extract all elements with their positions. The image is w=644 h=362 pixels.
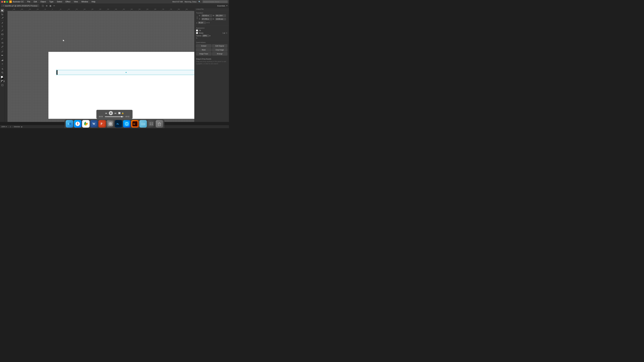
transform-flip-h-icon[interactable]: ⇔ — [206, 22, 208, 23]
tool-gradient[interactable] — [1, 53, 4, 57]
qa-mask-button[interactable]: Mask — [196, 48, 212, 51]
stroke-dropdown-icon[interactable]: ▼ — [226, 32, 227, 34]
menu-view[interactable]: View — [73, 0, 78, 3]
dock-folder[interactable] — [139, 120, 147, 128]
menu-window[interactable]: Window — [81, 0, 89, 3]
workspace-chevron-icon[interactable]: ▼ — [226, 5, 228, 6]
menu-select[interactable]: Select — [56, 0, 63, 3]
zoom-dropdown-icon[interactable]: ▼ — [6, 126, 7, 128]
transform-y-input[interactable] — [202, 18, 212, 20]
dock-trash[interactable] — [156, 120, 163, 128]
transform-h-input[interactable] — [215, 18, 226, 20]
menu-type[interactable]: Type — [49, 0, 54, 3]
transform-x-input[interactable] — [202, 14, 212, 17]
tool-rectangle[interactable] — [1, 32, 4, 36]
svg-text:400: 400 — [115, 9, 117, 10]
tool-pen[interactable] — [1, 21, 4, 25]
zoom-value: 100% — [1, 126, 5, 128]
toolbar-ps-icon[interactable]: ⬛ — [41, 4, 44, 7]
menu-edit[interactable]: Edit — [33, 0, 38, 3]
opacity-input[interactable] — [202, 34, 209, 37]
svg-rect-154 — [2, 55, 3, 56]
close-button[interactable] — [1, 1, 3, 3]
transform-w-input[interactable] — [215, 14, 226, 17]
handle-tl[interactable] — [56, 70, 57, 70]
canvas-area[interactable] — [8, 11, 194, 122]
toolbar-arrange-icon[interactable]: ▦ — [49, 4, 52, 7]
transform-flip-v-icon[interactable]: ⇕ — [208, 22, 210, 23]
stroke-color-swatch[interactable] — [196, 32, 198, 34]
menu-object[interactable]: Object — [40, 0, 46, 3]
dock-safari[interactable] — [74, 120, 82, 128]
dock-illustrator[interactable]: Ai — [131, 120, 139, 128]
dock-word[interactable]: W — [90, 120, 98, 128]
video-fast-forward-button[interactable]: ⏭ — [114, 112, 117, 114]
transform-angle-input[interactable] — [198, 21, 206, 24]
dock-photoshop[interactable]: Ps — [115, 120, 122, 128]
finder-icon — [67, 121, 72, 126]
status-zoom[interactable]: 100% ▼ — [1, 126, 7, 128]
tool-line[interactable] — [1, 29, 4, 32]
tool-slice[interactable] — [1, 62, 4, 66]
fill-mode-none[interactable] — [4, 80, 5, 82]
menu-file[interactable]: File — [26, 0, 31, 3]
video-progress-thumb[interactable] — [121, 116, 122, 117]
tool-separator-5 — [1, 66, 4, 66]
qa-edit-original-button[interactable]: Edit Original — [212, 44, 228, 48]
dock-chrome[interactable] — [82, 120, 90, 128]
tool-eyedropper[interactable] — [1, 50, 4, 53]
tool-type[interactable]: T — [1, 25, 4, 28]
tool-selection[interactable] — [1, 9, 4, 12]
handle-center[interactable] — [126, 72, 126, 73]
video-play-button[interactable] — [109, 111, 113, 115]
qa-arrange-button[interactable]: Arrange — [212, 52, 228, 55]
qa-image-trace-button[interactable]: Image Trace — [196, 52, 212, 55]
dock-launchpad[interactable] — [148, 120, 155, 128]
document-tab[interactable]: ✕ laserfilm.ai* @ 100% (RGB/GPU Preview) — [1, 4, 39, 7]
menu-effect[interactable]: Effect — [65, 0, 71, 3]
qa-crop-image-button[interactable]: Crop Image — [212, 48, 228, 51]
tool-graph[interactable] — [1, 58, 4, 62]
fill-color-swatch[interactable] — [196, 29, 198, 31]
qa-embed-button[interactable]: Embed — [196, 44, 212, 48]
fill-mode-color[interactable] — [0, 80, 1, 82]
menu-illustrator[interactable]: Illustrator CC — [12, 0, 24, 3]
tool-scale[interactable] — [1, 37, 4, 41]
svg-text:800: 800 — [178, 9, 180, 10]
toolbar-pen-icon[interactable]: ✏ — [53, 4, 56, 7]
selected-object[interactable] — [56, 70, 194, 75]
video-lock-icon[interactable]: 🔒 — [122, 112, 124, 114]
color-swatches[interactable] — [1, 76, 4, 79]
video-rewind-button[interactable]: ⏮ — [105, 112, 107, 114]
toolbar-grid-icon[interactable]: ⊞ — [45, 4, 48, 7]
tool-magic-wand[interactable] — [1, 16, 4, 20]
video-screen-icon[interactable]: ⬜ — [118, 112, 120, 114]
transform-y-row: Y: H: — [199, 18, 226, 20]
dock-powerpoint[interactable]: P — [98, 120, 106, 128]
svg-point-178 — [110, 123, 111, 124]
menu-help[interactable]: Help — [91, 0, 96, 3]
transform-chain-icon[interactable] — [196, 17, 198, 19]
opacity-arrow-icon[interactable]: ▶ — [210, 35, 210, 36]
dock-system-preferences[interactable] — [106, 120, 114, 128]
tool-direct-selection[interactable] — [1, 12, 4, 16]
artboard[interactable] — [48, 52, 194, 119]
tab-close-icon[interactable]: ✕ — [3, 5, 4, 6]
assets-hint: Drag and drop anything in this panel to … — [196, 60, 227, 65]
dock-browser[interactable] — [123, 120, 130, 128]
handle-bl[interactable] — [56, 74, 57, 75]
search-stock-input[interactable] — [202, 0, 228, 3]
window-controls[interactable] — [1, 1, 8, 3]
video-progress-bar[interactable] — [105, 116, 124, 117]
minimize-button[interactable] — [4, 1, 6, 3]
ruler-left-svg — [5, 11, 8, 122]
stroke-swatch[interactable] — [2, 78, 4, 79]
tool-rotate[interactable] — [1, 41, 4, 45]
tool-screen-mode[interactable] — [1, 83, 4, 87]
tool-blend[interactable] — [1, 45, 4, 48]
maximize-button[interactable] — [6, 1, 8, 3]
tool-hand[interactable] — [1, 67, 4, 70]
fill-mode-gradient[interactable] — [2, 80, 3, 82]
tool-zoom[interactable] — [1, 71, 4, 74]
dock-finder[interactable] — [66, 120, 73, 128]
